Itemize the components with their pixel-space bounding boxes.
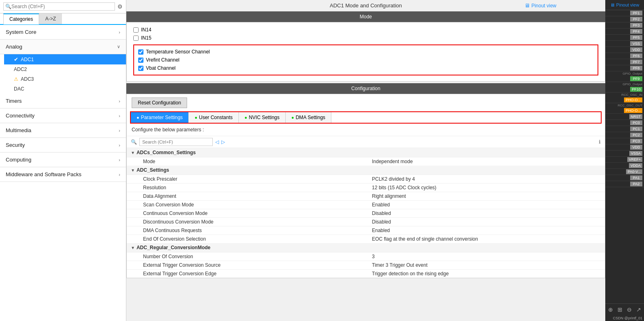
tab-nvic-settings[interactable]: ● NVIC Settings <box>239 112 286 123</box>
pin-box-pf4: PF4 <box>630 29 642 34</box>
sidebar-item-adc1[interactable]: ✔ ADC1 <box>4 54 126 64</box>
sidebar-item-connectivity[interactable]: Connectivity › <box>0 108 126 123</box>
info-icon[interactable]: ℹ <box>599 139 601 145</box>
sidebar-item-computing[interactable]: Computing › <box>0 153 126 167</box>
config-header: Configuration <box>126 83 605 94</box>
vbat-checkbox[interactable] <box>138 66 143 71</box>
pin-box-pa0: PA0-V... <box>626 169 642 174</box>
pin-box-pc2: PC2 <box>630 133 642 137</box>
mode-item-vbat: Vbat Channel <box>138 64 593 72</box>
pin-vss: VSS <box>605 41 644 47</box>
pin-pa1: PA1 <box>605 175 644 181</box>
pin-pf10: GPIO_Output PF10 <box>605 82 644 93</box>
nvic-check-icon: ● <box>245 115 247 120</box>
param-resolution-name: Resolution <box>143 185 372 190</box>
pin-vssa: VSSA <box>605 151 644 157</box>
tab-dma-settings[interactable]: ● DMA Settings <box>286 112 331 123</box>
group-adc-regular[interactable]: ▼ ADC_Regular_ConversionMode <box>127 243 605 252</box>
reset-config-button[interactable]: Reset Configuration <box>132 97 187 108</box>
sidebar-item-adc2[interactable]: ADC2 <box>4 64 126 74</box>
group-adcs-common[interactable]: ▼ ADCs_Common_Settings <box>127 148 605 157</box>
mode-item-vrefint: Vrefint Channel <box>138 56 593 64</box>
in15-checkbox[interactable] <box>133 35 139 41</box>
rcc-osc-out-label: RCC_OSC_OUT <box>618 104 642 107</box>
param-dma-req-value: Enabled <box>372 228 601 233</box>
export-icon[interactable]: ↗ <box>636 306 641 313</box>
pin-pf7: PF7 <box>605 59 644 65</box>
search-row: 🔍 ◁ ▷ ℹ <box>127 136 605 148</box>
mode-item-temp: Temperature Sensor Channel <box>138 48 593 56</box>
zoom-in-icon[interactable]: ⊕ <box>608 306 613 313</box>
gear-icon[interactable]: ⚙ <box>117 3 123 10</box>
chevron-right-icon-2: › <box>119 99 120 104</box>
sidebar-item-timers[interactable]: Timers › <box>0 94 126 108</box>
param-check-icon: ● <box>137 115 139 120</box>
fit-icon[interactable]: ⊞ <box>618 306 622 313</box>
sidebar-item-security[interactable]: Security › <box>0 138 126 153</box>
sidebar-search-input[interactable] <box>11 4 113 9</box>
param-trig-edge-value: Trigger detection on the rising edge <box>372 271 601 277</box>
nav-next-icon[interactable]: ▷ <box>221 139 225 145</box>
sidebar: 🔍 ⚙ Categories A->Z System Core › Analog… <box>0 0 126 321</box>
tab-user-constants[interactable]: ● User Constants <box>189 112 238 123</box>
group-adc-settings[interactable]: ▼ ADC_Settings <box>127 166 605 175</box>
param-scan-name: Scan Conversion Mode <box>143 202 372 208</box>
tab-categories[interactable]: Categories <box>3 13 39 24</box>
pin-vdd: VDD <box>605 47 644 53</box>
main-area: ADC1 Mode and Configuration 🖥 Pinout vie… <box>126 0 605 321</box>
dma-check-icon: ● <box>291 115 294 120</box>
sidebar-item-adc3[interactable]: ⚠ ADC3 <box>4 74 126 84</box>
param-search-input[interactable] <box>139 138 213 146</box>
pinout-panel: 🖥 Pinout view PF1 PF2 PF3 PF4 PF5 VSS VD… <box>605 0 644 321</box>
pinout-view-btn[interactable]: 🖥 Pinout view <box>525 2 556 9</box>
param-alignment: Data Alignment Right alignment <box>127 192 605 200</box>
gpio-out-pf9-label: GPIO_Output <box>623 72 642 75</box>
in14-label: IN14 <box>141 27 151 33</box>
adc2-label: ADC2 <box>14 66 27 72</box>
param-num-conv-name: Number Of Conversion <box>143 254 372 259</box>
param-discontinuous-value: Disabled <box>372 219 601 225</box>
group-adcs-label: ADCs_Common_Settings <box>137 150 196 155</box>
mode-section: IN14 IN15 Temperature Sensor Channel Vre… <box>126 22 605 82</box>
pin-box-vdda: VDDA <box>629 163 642 168</box>
param-clock: Clock Prescaler PCLK2 divided by 4 <box>127 175 605 183</box>
dac-label: DAC <box>14 86 24 92</box>
param-dma-req-name: DMA Continuous Requests <box>143 228 372 233</box>
nav-prev-icon[interactable]: ◁ <box>215 139 219 145</box>
search-icon-2: 🔍 <box>131 139 137 145</box>
pin-pf5: PF5 <box>605 35 644 41</box>
param-eoc-value: EOC flag at the end of single channel co… <box>372 236 601 242</box>
param-continuous-value: Disabled <box>372 210 601 216</box>
pin-pc2: PC2 <box>605 132 644 138</box>
pin-vdd2: VDD <box>605 144 644 151</box>
param-num-conv-value: 3 <box>372 254 601 259</box>
sidebar-item-middleware[interactable]: Middleware and Software Packs › <box>0 167 126 182</box>
pin-pc0: PC0 <box>605 120 644 126</box>
chevron-right-icon-7: › <box>119 172 120 177</box>
search-box[interactable]: 🔍 <box>3 2 115 11</box>
in14-checkbox[interactable] <box>133 27 139 33</box>
tab-parameter-settings[interactable]: ● Parameter Settings <box>131 112 189 123</box>
pin-pf3: PF3 <box>605 22 644 29</box>
param-scan-value: Enabled <box>372 202 601 208</box>
pin-pf9: GPIO_Output PF9 <box>605 71 644 82</box>
param-clock-name: Clock Prescaler <box>143 176 372 182</box>
sidebar-item-dac[interactable]: DAC <box>4 84 126 94</box>
param-trig-src: External Trigger Conversion Source Timer… <box>127 261 605 269</box>
analog-label: Analog <box>6 44 22 50</box>
vrefint-checkbox[interactable] <box>138 58 143 63</box>
zoom-out-icon[interactable]: ⊖ <box>627 306 632 313</box>
pin-box-vdd: VDD <box>630 47 642 52</box>
arrow-icon: ▼ <box>131 151 135 155</box>
param-dma-req: DMA Continuous Requests Enabled <box>127 226 605 235</box>
temp-sensor-checkbox[interactable] <box>138 49 143 55</box>
tab-az[interactable]: A->Z <box>39 13 62 24</box>
pin-box-pf10: PF10 <box>630 87 642 92</box>
sidebar-item-analog[interactable]: Analog ∨ <box>0 40 126 54</box>
pin-box-pf3: PF3 <box>630 23 642 28</box>
connectivity-label: Connectivity <box>6 113 35 119</box>
sidebar-item-multimedia[interactable]: Multimedia › <box>0 123 126 138</box>
pinout-icon: 🖥 <box>525 2 530 9</box>
timers-label: Timers <box>6 98 22 104</box>
sidebar-item-system-core[interactable]: System Core › <box>0 25 126 40</box>
